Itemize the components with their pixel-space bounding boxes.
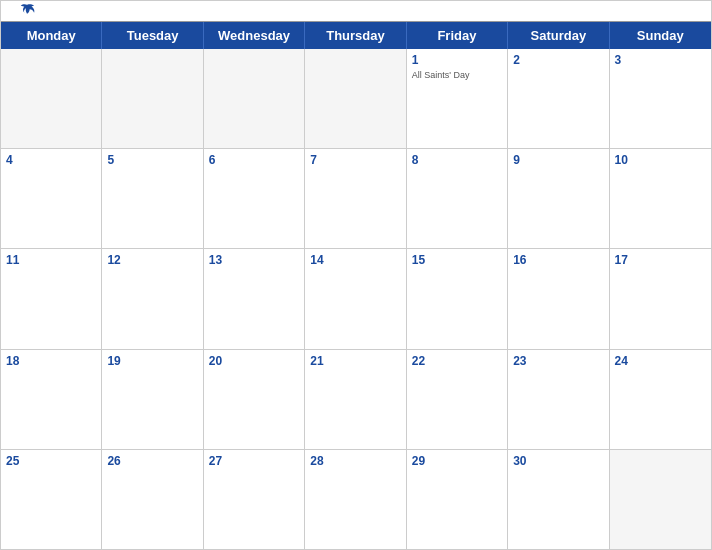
day-cell: 1All Saints' Day [407, 49, 508, 148]
day-cell: 26 [102, 450, 203, 549]
day-number: 28 [310, 453, 400, 470]
day-number: 1 [412, 52, 502, 69]
day-number: 19 [107, 353, 197, 370]
day-cell: 14 [305, 249, 406, 348]
day-cell: 8 [407, 149, 508, 248]
logo-bird-icon [18, 3, 36, 19]
day-header-monday: Monday [1, 22, 102, 49]
day-cell: 10 [610, 149, 711, 248]
calendar-container: MondayTuesdayWednesdayThursdayFridaySatu… [0, 0, 712, 550]
day-cell: 12 [102, 249, 203, 348]
day-number: 20 [209, 353, 299, 370]
day-number: 16 [513, 252, 603, 269]
day-cell: 18 [1, 350, 102, 449]
day-event: All Saints' Day [412, 70, 502, 82]
calendar-header [1, 1, 711, 21]
day-number: 26 [107, 453, 197, 470]
day-cell: 17 [610, 249, 711, 348]
calendar-grid: MondayTuesdayWednesdayThursdayFridaySatu… [1, 21, 711, 549]
day-number: 9 [513, 152, 603, 169]
day-cell: 30 [508, 450, 609, 549]
week-row-5: 252627282930 [1, 450, 711, 549]
logo [16, 3, 36, 19]
day-number: 10 [615, 152, 706, 169]
day-cell: 13 [204, 249, 305, 348]
day-cell [204, 49, 305, 148]
day-cell [1, 49, 102, 148]
day-number: 21 [310, 353, 400, 370]
day-number: 22 [412, 353, 502, 370]
day-number: 5 [107, 152, 197, 169]
day-cell: 25 [1, 450, 102, 549]
day-cell: 5 [102, 149, 203, 248]
week-row-4: 18192021222324 [1, 350, 711, 450]
day-cell: 29 [407, 450, 508, 549]
day-number: 25 [6, 453, 96, 470]
day-cell: 16 [508, 249, 609, 348]
day-header-tuesday: Tuesday [102, 22, 203, 49]
day-cell: 7 [305, 149, 406, 248]
day-number: 17 [615, 252, 706, 269]
day-number: 11 [6, 252, 96, 269]
day-number: 30 [513, 453, 603, 470]
week-row-2: 45678910 [1, 149, 711, 249]
day-cell: 15 [407, 249, 508, 348]
day-number: 29 [412, 453, 502, 470]
day-cell: 11 [1, 249, 102, 348]
day-number: 23 [513, 353, 603, 370]
weeks-container: 1All Saints' Day234567891011121314151617… [1, 49, 711, 549]
week-row-3: 11121314151617 [1, 249, 711, 349]
logo-blue-text [16, 3, 36, 19]
day-number: 12 [107, 252, 197, 269]
day-cell: 27 [204, 450, 305, 549]
day-cell [610, 450, 711, 549]
day-cell: 3 [610, 49, 711, 148]
day-cell: 6 [204, 149, 305, 248]
day-cell: 28 [305, 450, 406, 549]
week-row-1: 1All Saints' Day23 [1, 49, 711, 149]
day-number: 14 [310, 252, 400, 269]
day-cell [305, 49, 406, 148]
day-header-sunday: Sunday [610, 22, 711, 49]
day-number: 2 [513, 52, 603, 69]
day-cell: 20 [204, 350, 305, 449]
day-header-wednesday: Wednesday [204, 22, 305, 49]
day-cell: 2 [508, 49, 609, 148]
day-cell: 23 [508, 350, 609, 449]
day-headers-row: MondayTuesdayWednesdayThursdayFridaySatu… [1, 22, 711, 49]
day-number: 13 [209, 252, 299, 269]
day-number: 8 [412, 152, 502, 169]
day-header-thursday: Thursday [305, 22, 406, 49]
day-cell: 9 [508, 149, 609, 248]
day-header-saturday: Saturday [508, 22, 609, 49]
day-number: 3 [615, 52, 706, 69]
day-header-friday: Friday [407, 22, 508, 49]
day-cell: 21 [305, 350, 406, 449]
day-cell: 24 [610, 350, 711, 449]
day-cell: 4 [1, 149, 102, 248]
day-cell: 22 [407, 350, 508, 449]
day-cell: 19 [102, 350, 203, 449]
day-number: 15 [412, 252, 502, 269]
day-number: 4 [6, 152, 96, 169]
day-number: 6 [209, 152, 299, 169]
day-number: 27 [209, 453, 299, 470]
day-number: 24 [615, 353, 706, 370]
day-cell [102, 49, 203, 148]
day-number: 18 [6, 353, 96, 370]
day-number: 7 [310, 152, 400, 169]
